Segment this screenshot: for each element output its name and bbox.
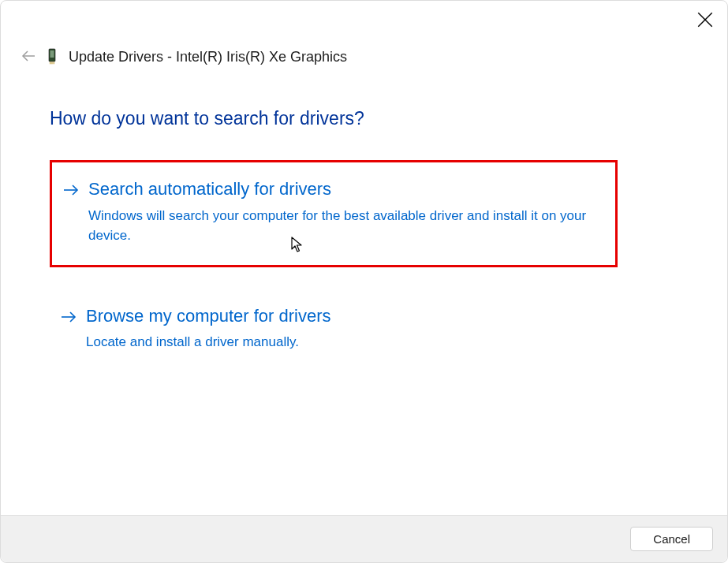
- options-list: Search automatically for drivers Windows…: [50, 160, 618, 371]
- close-button[interactable]: [697, 12, 713, 28]
- option-search-automatically[interactable]: Search automatically for drivers Windows…: [50, 160, 618, 267]
- update-drivers-dialog: Update Drivers - Intel(R) Iris(R) Xe Gra…: [0, 0, 728, 563]
- svg-rect-5: [50, 62, 50, 64]
- option-title: Search automatically for drivers: [88, 178, 593, 201]
- dialog-footer: Cancel: [1, 515, 727, 562]
- option-description: Locate and install a driver manually.: [86, 332, 595, 352]
- device-icon: [47, 48, 58, 65]
- cancel-button[interactable]: Cancel: [630, 527, 713, 551]
- dialog-title: Update Drivers - Intel(R) Iris(R) Xe Gra…: [69, 49, 347, 65]
- option-browse-computer[interactable]: Browse my computer for drivers Locate an…: [50, 289, 618, 371]
- page-heading: How do you want to search for drivers?: [50, 108, 364, 129]
- option-content: Search automatically for drivers Windows…: [88, 178, 593, 246]
- dialog-header: Update Drivers - Intel(R) Iris(R) Xe Gra…: [21, 48, 347, 65]
- svg-rect-6: [51, 62, 52, 64]
- arrow-right-icon: [61, 307, 77, 330]
- back-arrow-icon: [21, 50, 35, 64]
- arrow-right-icon: [63, 180, 79, 203]
- close-icon: [697, 12, 713, 28]
- option-content: Browse my computer for drivers Locate an…: [86, 305, 595, 352]
- svg-rect-4: [50, 50, 54, 58]
- option-description: Windows will search your computer for th…: [88, 206, 593, 246]
- svg-rect-7: [54, 62, 54, 64]
- option-title: Browse my computer for drivers: [86, 305, 595, 328]
